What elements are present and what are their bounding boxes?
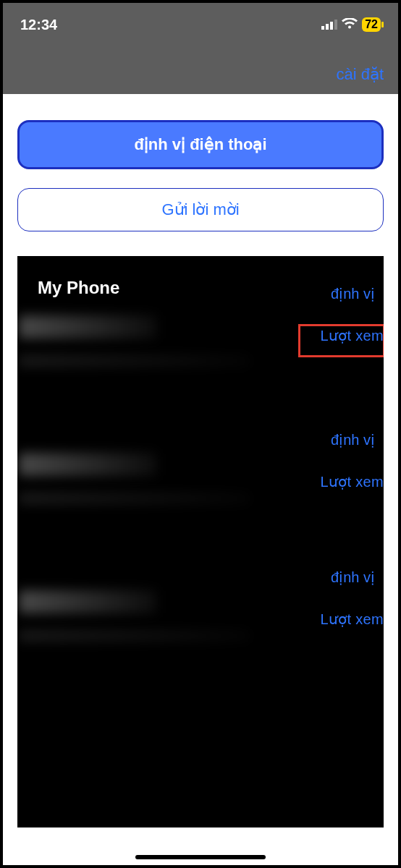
svg-rect-0 — [321, 26, 324, 30]
views-link[interactable]: Lượt xem — [297, 610, 384, 628]
device-row: định vị Lượt xem — [17, 586, 384, 694]
actions-area: định vị điện thoại Gửi lời mời — [3, 94, 398, 246]
battery-indicator: 72 — [362, 17, 381, 32]
svg-rect-2 — [330, 22, 333, 30]
device-actions: định vị Lượt xem — [297, 448, 384, 490]
status-bar: 12:34 72 — [3, 3, 398, 39]
status-time: 12:34 — [20, 17, 57, 33]
device-actions: định vị Lượt xem — [297, 311, 384, 344]
svg-rect-1 — [326, 24, 329, 30]
locate-link[interactable]: định vị — [297, 431, 384, 448]
home-indicator[interactable] — [135, 855, 266, 859]
wifi-icon — [342, 17, 358, 33]
device-row: định vị Lượt xem — [17, 311, 384, 420]
panel-title: My Phone — [17, 256, 384, 311]
settings-link[interactable]: cài đặt — [336, 65, 384, 84]
status-right: 72 — [321, 17, 381, 33]
device-info-redacted — [17, 448, 297, 505]
device-info-redacted — [17, 586, 297, 642]
send-invite-button[interactable]: Gửi lời mời — [17, 188, 384, 231]
devices-panel: My Phone định vị Lượt xem — [17, 256, 384, 827]
views-link[interactable]: Lượt xem — [297, 473, 384, 490]
cellular-signal-icon — [321, 17, 337, 33]
device-info-redacted — [17, 311, 297, 367]
device-row: định vị Lượt xem — [17, 448, 384, 557]
navigation-bar: 12:34 72 cài đặt — [3, 3, 398, 94]
locate-link[interactable]: định vị — [297, 569, 384, 586]
views-link[interactable]: Lượt xem — [297, 327, 384, 344]
locate-link[interactable]: định vị — [297, 285, 384, 302]
svg-rect-3 — [334, 20, 337, 30]
locate-phone-button[interactable]: định vị điện thoại — [17, 120, 384, 169]
device-actions: định vị Lượt xem — [297, 586, 384, 628]
app-frame: 12:34 72 cài đặt định vị điện thoại Gửi … — [0, 0, 401, 868]
